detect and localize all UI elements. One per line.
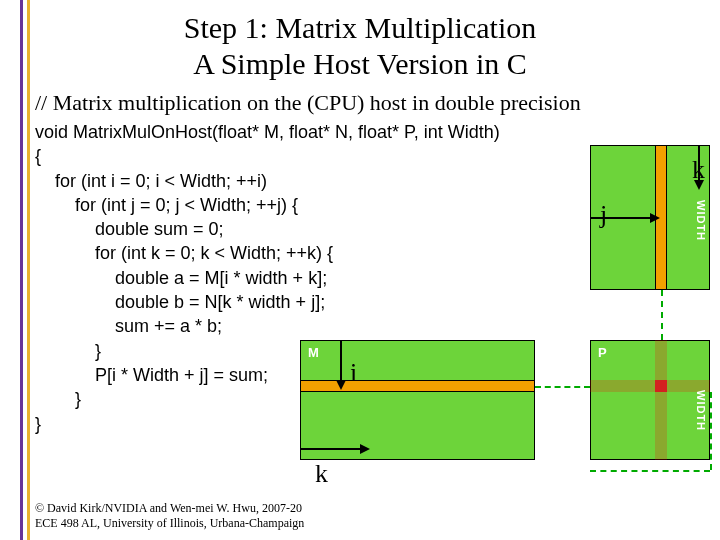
- footer-line-2: ECE 498 AL, University of Illinois, Urba…: [35, 516, 304, 530]
- code-line: P[i * Width + j] = sum;: [35, 365, 268, 385]
- dash-line: [590, 470, 710, 472]
- width-label-p: WIDTH: [625, 487, 666, 499]
- arrow-k-m: [300, 448, 360, 450]
- code-line: for (int j = 0; j < Width; ++j) {: [35, 195, 298, 215]
- code-line: double sum = 0;: [35, 219, 224, 239]
- code-line: double b = N[k * width + j];: [35, 292, 325, 312]
- code-line: for (int i = 0; i < Width; ++i): [35, 171, 267, 191]
- code-line: for (int k = 0; k < Width; ++k) {: [35, 243, 333, 263]
- arrow-k-m-head: [360, 444, 370, 454]
- code-comment: // Matrix multiplication on the (CPU) ho…: [35, 90, 720, 116]
- title-line-2: A Simple Host Version in C: [193, 47, 527, 80]
- footer-line-1: © David Kirk/NVIDIA and Wen-mei W. Hwu, …: [35, 501, 302, 515]
- code-line: }: [35, 389, 81, 409]
- index-k-bottom: k: [315, 459, 328, 489]
- code-block: void MatrixMulOnHost(float* M, float* N,…: [35, 120, 720, 436]
- slide-accent-gold: [27, 0, 30, 540]
- code-line: sum += a * b;: [35, 316, 222, 336]
- width-label-m: WIDTH: [400, 487, 441, 499]
- title-line-1: Step 1: Matrix Multiplication: [184, 11, 536, 44]
- code-line: }: [35, 341, 101, 361]
- code-line: {: [35, 146, 41, 166]
- code-line: double a = M[i * width + k];: [35, 268, 327, 288]
- code-line: void MatrixMulOnHost(float* M, float* N,…: [35, 122, 500, 142]
- slide-accent-purple: [20, 0, 23, 540]
- footer: © David Kirk/NVIDIA and Wen-mei W. Hwu, …: [35, 501, 304, 530]
- code-line: }: [35, 414, 41, 434]
- slide-title: Step 1: Matrix Multiplication A Simple H…: [0, 0, 720, 82]
